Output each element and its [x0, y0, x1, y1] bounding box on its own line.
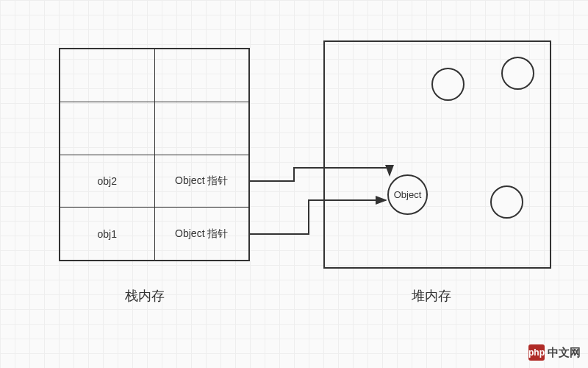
stack-row	[60, 102, 248, 155]
stack-pointer: Object 指针	[155, 155, 249, 208]
stack-var-name	[60, 49, 155, 102]
heap-object-label: Object	[394, 189, 422, 200]
watermark: php 中文网	[528, 344, 581, 361]
stack-pointer	[155, 49, 249, 102]
heap-object-circle	[501, 57, 534, 90]
stack-memory-table: obj2 Object 指针 obj1 Object 指针	[59, 48, 250, 261]
stack-var-name	[60, 102, 155, 155]
stack-pointer: Object 指针	[155, 208, 249, 260]
watermark-logo-icon: php	[528, 344, 545, 361]
stack-row: obj2 Object 指针	[60, 155, 248, 208]
stack-row	[60, 49, 248, 102]
stack-label: 栈内存	[125, 287, 165, 305]
stack-row: obj1 Object 指针	[60, 208, 248, 260]
heap-memory-box: Object	[323, 40, 551, 269]
heap-object-circle	[431, 68, 465, 101]
heap-label: 堆内存	[412, 287, 451, 305]
heap-object-main: Object	[387, 174, 428, 215]
watermark-text: 中文网	[548, 346, 581, 360]
stack-var-name: obj1	[60, 208, 155, 260]
heap-object-circle	[490, 185, 523, 219]
stack-pointer	[155, 102, 249, 155]
stack-var-name: obj2	[60, 155, 155, 208]
